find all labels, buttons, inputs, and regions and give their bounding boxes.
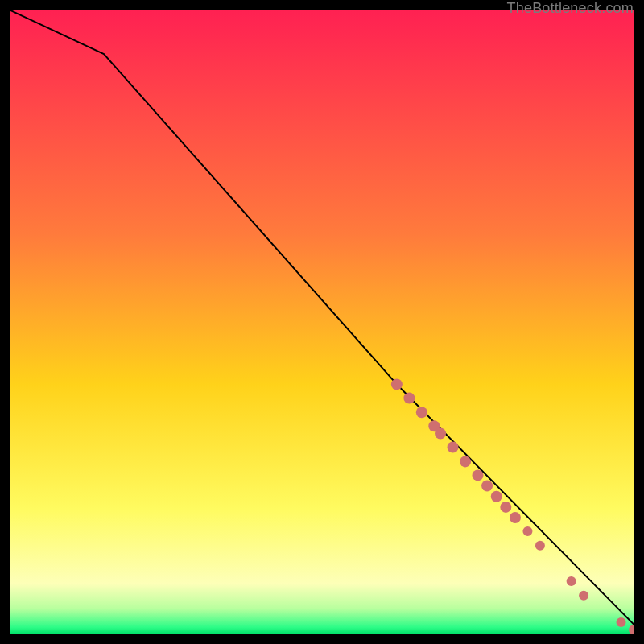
chart-svg <box>10 10 634 634</box>
data-point <box>579 591 588 601</box>
chart-frame <box>10 10 634 634</box>
data-point <box>491 491 502 502</box>
data-point <box>416 407 427 418</box>
data-point <box>448 442 459 453</box>
data-point <box>481 481 493 492</box>
data-point <box>473 469 484 481</box>
gradient-background <box>10 10 634 634</box>
data-point <box>460 456 471 467</box>
data-point <box>435 428 446 440</box>
data-point <box>535 541 545 551</box>
data-point <box>391 378 402 390</box>
attribution-text: TheBottleneck.com <box>507 0 634 17</box>
data-point <box>500 502 511 513</box>
data-point <box>403 392 415 403</box>
data-point <box>617 617 626 627</box>
data-point <box>567 576 576 586</box>
data-point <box>522 526 532 536</box>
data-point <box>510 512 521 523</box>
